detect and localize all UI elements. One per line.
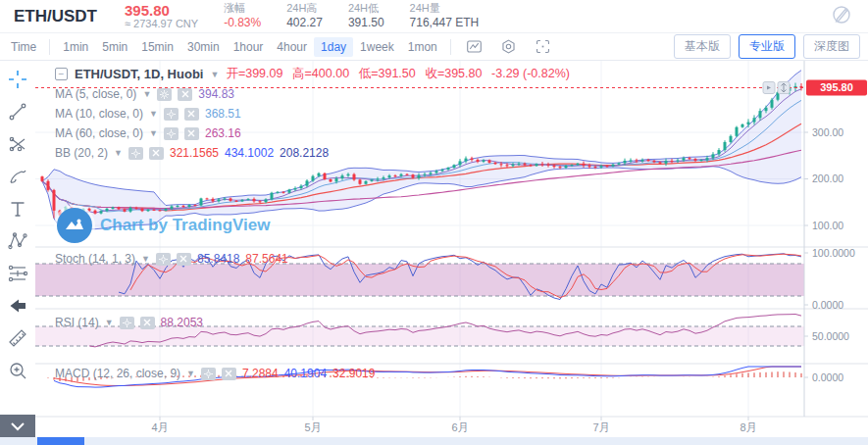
settings-icon[interactable]	[201, 368, 216, 380]
view-basic-button[interactable]: 基本版	[674, 34, 731, 59]
drawing-tool-rail	[0, 61, 35, 438]
last-price-block: 395.80 ≈ 2734.97 CNY	[125, 3, 198, 29]
close-icon[interactable]	[222, 368, 236, 380]
chevron-down-icon[interactable]: ▼	[114, 148, 123, 158]
close-icon[interactable]	[149, 147, 164, 160]
scrollbar-thumb[interactable]	[37, 437, 84, 445]
settings-icon[interactable]	[164, 108, 179, 121]
svg-text:0.0000: 0.0000	[812, 299, 843, 311]
chevron-down-icon[interactable]: ▼	[141, 254, 150, 264]
chart-style-icon[interactable]	[466, 38, 483, 55]
close-icon[interactable]	[177, 253, 191, 266]
svg-text:0.0000: 0.0000	[812, 371, 843, 383]
symbol-legend: − ETH/USDT, 1D, Huobi ▼ 开=399.09 高=400.0…	[55, 66, 576, 82]
chart-scrollbar	[0, 437, 868, 445]
divider	[450, 39, 451, 55]
svg-text:100.00: 100.00	[812, 220, 843, 231]
interval-1week[interactable]: 1week	[353, 37, 401, 57]
settings-icon[interactable]	[157, 88, 172, 101]
header: ETH/USDT 395.80 ≈ 2734.97 CNY 涨幅 -0.83% …	[0, 0, 868, 33]
stat-24h-volume: 24H量 716,447 ETH	[410, 2, 480, 30]
indicator-settings-icon[interactable]	[500, 38, 517, 55]
interval-time[interactable]: Time	[4, 37, 43, 57]
last-price: 395.80	[125, 3, 198, 19]
interval-30min[interactable]: 30min	[180, 37, 227, 57]
svg-text:4月: 4月	[151, 421, 168, 433]
svg-text:50.0000: 50.0000	[812, 330, 849, 342]
interval-toolbar: Time 1min 5min 15min 30min 1hour 4hour 1…	[0, 33, 868, 61]
interval-1hour[interactable]: 1hour	[227, 37, 271, 57]
svg-text:6月: 6月	[451, 421, 468, 433]
legend-collapse-icon[interactable]: −	[55, 68, 68, 80]
chevron-down-icon[interactable]: ▼	[149, 128, 158, 138]
stoch-legend: Stoch (14, 1, 3)▼ 85.8418 87.5641	[55, 251, 288, 267]
xabcd-pattern-icon[interactable]	[7, 230, 28, 252]
settings-icon[interactable]	[156, 253, 171, 266]
fullscreen-icon[interactable]	[535, 38, 551, 55]
stat-24h-low: 24H低 391.50	[348, 2, 384, 30]
interval-4hour[interactable]: 4hour	[270, 37, 314, 57]
svg-text:300.00: 300.00	[812, 126, 843, 138]
crosshair-icon[interactable]	[7, 69, 28, 90]
chevron-down-icon[interactable]: ▼	[105, 318, 114, 327]
bb-legend: BB (20, 2)▼ 321.1565 434.1002 208.2128	[55, 145, 329, 161]
close-icon[interactable]	[184, 127, 199, 140]
text-tool-icon[interactable]	[7, 198, 28, 220]
trend-line-icon[interactable]	[7, 101, 28, 123]
collapse-panel-button[interactable]	[0, 415, 35, 438]
chevron-down-icon[interactable]: ▼	[210, 70, 219, 79]
chevron-down-icon[interactable]: ▼	[142, 89, 151, 99]
settings-icon[interactable]	[164, 127, 179, 140]
svg-text:8月: 8月	[740, 421, 756, 433]
high-value: 高=400.00	[292, 67, 349, 80]
interval-5min[interactable]: 5min	[95, 37, 134, 57]
theme-icon[interactable]	[831, 4, 852, 29]
legend-title[interactable]: ETH/USDT, 1D, Huobi	[75, 67, 203, 81]
open-value: 开=399.09	[226, 67, 282, 80]
low-value: 低=391.50	[359, 67, 416, 80]
close-icon[interactable]	[178, 88, 192, 101]
svg-text:395.80: 395.80	[820, 81, 853, 93]
view-pro-button[interactable]: 专业版	[739, 34, 795, 59]
trading-app: ETH/USDT 395.80 ≈ 2734.97 CNY 涨幅 -0.83% …	[0, 0, 868, 445]
price-cny: ≈ 2734.97 CNY	[125, 19, 198, 30]
position-tool-icon[interactable]	[7, 263, 28, 284]
interval-1day[interactable]: 1day	[314, 37, 353, 57]
svg-text:200.00: 200.00	[812, 173, 843, 184]
ruler-icon[interactable]	[7, 327, 28, 349]
back-arrow-icon[interactable]	[7, 295, 28, 317]
change-value: -3.29 (-0.82%)	[491, 67, 570, 80]
divider	[49, 39, 50, 55]
chevron-down-icon[interactable]: ▼	[149, 109, 158, 119]
view-depth-button[interactable]: 深度图	[803, 34, 860, 59]
stat-change: 涨幅 -0.83%	[224, 2, 261, 30]
rsi-legend: RSI (14)▼ 88.2053	[55, 315, 203, 330]
interval-1min[interactable]: 1min	[56, 37, 95, 57]
interval-15min[interactable]: 15min	[134, 37, 180, 57]
interval-1mon[interactable]: 1mon	[401, 37, 444, 57]
time-scale: 4月5月6月7月8月	[151, 417, 756, 433]
svg-text:100.0000: 100.0000	[812, 247, 855, 259]
close-icon[interactable]	[184, 108, 199, 121]
view-switcher: 基本版 专业版 深度图	[674, 34, 860, 59]
ma5-legend: MA (5, close, 0)▼ 394.83	[55, 86, 234, 102]
zoom-in-icon[interactable]	[7, 360, 28, 381]
price-scale: 300.00200.00100.00100.00000.000050.00000…	[804, 79, 867, 382]
brush-icon[interactable]	[7, 166, 28, 187]
macd-legend: MACD (12, 26, close, 9)▼ 7.2884 40.1904 …	[55, 366, 375, 381]
ma60-legend: MA (60, close, 0)▼ 263.16	[55, 125, 241, 141]
svg-text:7月: 7月	[592, 421, 609, 433]
svg-text:5月: 5月	[304, 421, 321, 433]
pair-title: ETH/USDT	[14, 7, 97, 26]
ohlc-values: 开=399.09 高=400.00 低=391.50 收=395.80 -3.2…	[226, 66, 576, 82]
chevron-down-icon[interactable]: ▼	[186, 369, 195, 378]
chart-area: 300.00200.00100.00100.00000.000050.00000…	[35, 61, 868, 438]
close-icon[interactable]	[140, 317, 155, 329]
stat-24h-high: 24H高 402.27	[286, 2, 323, 30]
settings-icon[interactable]	[120, 317, 134, 329]
gann-tool-icon[interactable]	[7, 133, 28, 155]
ma10-legend: MA (10, close, 0)▼ 368.51	[55, 106, 241, 122]
settings-icon[interactable]	[128, 147, 143, 160]
close-value: 收=395.80	[425, 67, 482, 80]
